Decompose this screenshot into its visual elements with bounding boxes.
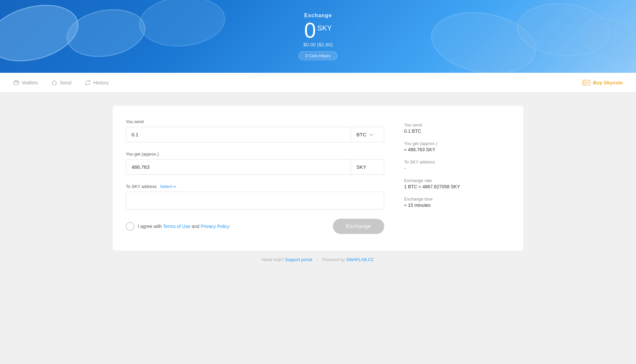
header-title: Exchange: [298, 13, 338, 19]
wallet-icon: [13, 80, 19, 86]
summary-rate-value: 1 BTC ≈ 4867.627058 SKY: [404, 184, 510, 189]
get-currency-label: SKY: [356, 164, 366, 170]
svg-rect-0: [14, 81, 19, 85]
header-usd-value: $0.00 ($1.60): [298, 42, 338, 47]
nav-items: Wallets Send History: [13, 78, 582, 87]
buy-skycoin-label: Buy Skycoin: [593, 80, 623, 85]
footer-help-text: Need help?: [262, 257, 284, 262]
summary-you-get: You get (approx.) ≈ 486.763 SKY: [404, 141, 510, 152]
summary-rate-label: Exchange rate: [404, 178, 510, 183]
get-label: You get (approx.): [126, 152, 384, 157]
nav-send[interactable]: Send: [51, 78, 72, 87]
header-content: Exchange 0SKY $0.00 ($1.60) 0 Coin Hours: [298, 13, 338, 60]
terms-of-use-link[interactable]: Terms of Use: [163, 224, 190, 229]
exchange-card: You send BTC You get (approx.): [113, 106, 523, 250]
exchange-summary: You send 0.1 BTC You get (approx.) ≈ 486…: [404, 119, 510, 234]
summary-address-label: To SKY address: [404, 159, 510, 164]
nav-send-label: Send: [60, 80, 72, 85]
address-select-link[interactable]: Select: [160, 184, 177, 189]
footer-powered-text: Powered by: [322, 257, 345, 262]
footer-powered-link[interactable]: SWAPLAB.CC: [346, 257, 374, 262]
summary-time: Exchange time ≈ 15 minutes: [404, 197, 510, 208]
send-label: You send: [126, 119, 384, 124]
summary-address: To SKY address -: [404, 159, 510, 171]
exchange-form: You send BTC You get (approx.): [126, 119, 384, 234]
footer: Need help? Support portal | Powered by S…: [235, 250, 400, 269]
navigation: Wallets Send History: [0, 73, 636, 93]
address-input[interactable]: [126, 192, 384, 209]
summary-send-label: You send: [404, 122, 510, 127]
buy-skycoin-button[interactable]: Buy Skycoin: [582, 80, 623, 86]
chevron-down-icon: [369, 132, 374, 137]
summary-rate: Exchange rate 1 BTC ≈ 4867.627058 SKY: [404, 178, 510, 189]
nav-history[interactable]: History: [85, 78, 109, 87]
footer-separator: |: [317, 257, 318, 262]
send-currency-label: BTC: [356, 132, 366, 137]
header-balance: 0SKY: [298, 20, 338, 41]
nav-wallets[interactable]: Wallets: [13, 78, 38, 87]
send-amount-input[interactable]: [126, 127, 351, 142]
money-icon: [582, 80, 590, 86]
footer-support-link[interactable]: Support portal: [285, 257, 312, 262]
bottom-row: I agree with Terms of Use and Privacy Po…: [126, 219, 384, 234]
terms-area: I agree with Terms of Use and Privacy Po…: [126, 222, 326, 231]
coin-hours-badge: 0 Coin Hours: [298, 51, 338, 60]
address-label-row: To SKY address Select: [126, 184, 384, 189]
summary-get-value: ≈ 486.763 SKY: [404, 147, 510, 152]
get-amount-input[interactable]: [126, 159, 351, 174]
terms-text: I agree with Terms of Use and Privacy Po…: [138, 224, 230, 229]
address-label-text: To SKY address: [126, 184, 157, 189]
nav-wallets-label: Wallets: [22, 80, 38, 85]
history-icon: [85, 80, 91, 86]
balance-amount: 0: [304, 19, 316, 42]
nav-history-label: History: [93, 80, 109, 85]
get-currency-display: SKY: [351, 159, 384, 174]
select-chevron-icon: [173, 185, 177, 189]
send-input-row: BTC: [126, 127, 384, 142]
svg-rect-2: [584, 81, 585, 84]
summary-time-value: ≈ 15 minutes: [404, 203, 510, 208]
summary-get-label: You get (approx.): [404, 141, 510, 146]
address-section: To SKY address Select: [126, 184, 384, 209]
summary-address-value: -: [404, 165, 510, 171]
send-icon: [51, 80, 57, 86]
terms-checkbox[interactable]: [126, 222, 134, 231]
get-section: You get (approx.) SKY: [126, 152, 384, 175]
balance-currency: SKY: [317, 24, 332, 32]
header: Exchange 0SKY $0.00 ($1.60) 0 Coin Hours: [0, 0, 636, 73]
get-input-row: SKY: [126, 159, 384, 175]
nav-right: Buy Skycoin: [582, 80, 623, 86]
main-content: You send BTC You get (approx.): [0, 93, 636, 364]
summary-you-send: You send 0.1 BTC: [404, 122, 510, 134]
send-currency-select[interactable]: BTC: [351, 127, 384, 142]
privacy-policy-link[interactable]: Privacy Policy: [201, 224, 230, 229]
summary-send-value: 0.1 BTC: [404, 128, 510, 134]
send-section: You send BTC: [126, 119, 384, 142]
exchange-button[interactable]: Exchange: [333, 219, 384, 234]
summary-time-label: Exchange time: [404, 197, 510, 202]
